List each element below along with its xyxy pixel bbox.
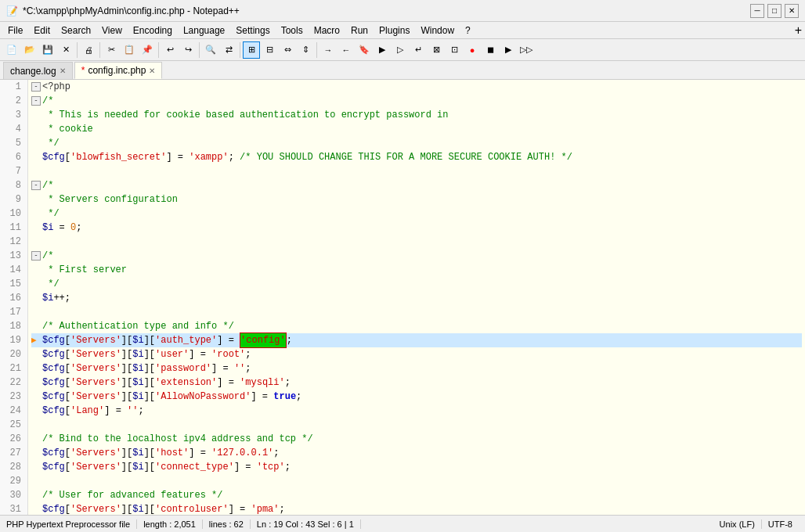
tab-changelog-close[interactable]: ✕: [60, 66, 66, 75]
tab-changelog[interactable]: change.log ✕: [3, 62, 73, 79]
toolbar-paste[interactable]: 📌: [139, 41, 156, 59]
code-line-17: [31, 305, 802, 319]
code-line-3: * This is needed for cookie based authen…: [31, 108, 802, 122]
code-line-11: $i = 0;: [31, 221, 802, 235]
toolbar-run-macro[interactable]: ▷: [392, 41, 409, 59]
menu-language[interactable]: Language: [179, 23, 229, 38]
minimize-button[interactable]: ─: [750, 4, 764, 18]
toolbar-unfold[interactable]: ⊡: [446, 41, 463, 59]
menu-run[interactable]: Run: [346, 23, 373, 38]
menu-plugins[interactable]: Plugins: [374, 23, 414, 38]
toolbar-bookmarks[interactable]: 🔖: [356, 41, 373, 59]
toolbar-fold[interactable]: ⊠: [428, 41, 445, 59]
ln-20: 20: [3, 347, 24, 361]
toolbar-wrap[interactable]: ↵: [410, 41, 427, 59]
menu-tools[interactable]: Tools: [276, 23, 308, 38]
tab-config-close[interactable]: ✕: [149, 66, 155, 75]
tab-config[interactable]: * config.inc.php ✕: [74, 62, 163, 79]
toolbar-print[interactable]: 🖨: [80, 41, 97, 59]
ln-17: 17: [3, 305, 24, 319]
status-bar: PHP Hypertext Preprocessor file length :…: [0, 515, 805, 532]
status-eol: Unix (LF): [713, 519, 762, 529]
menu-edit[interactable]: Edit: [29, 23, 55, 38]
toolbar-replace[interactable]: ⇄: [220, 41, 237, 59]
code-line-13: - /*: [31, 249, 802, 263]
fold-8[interactable]: -: [31, 181, 41, 190]
toolbar-sync-scroll[interactable]: ⇔: [279, 41, 296, 59]
fold-13[interactable]: -: [31, 251, 41, 261]
code-line-26: /* Bind to the localhost ipv4 address an…: [31, 432, 802, 446]
menu-window[interactable]: Window: [416, 23, 459, 38]
code-area[interactable]: - <?php - /* * This is needed for cookie…: [28, 80, 805, 515]
toolbar-record[interactable]: ●: [464, 41, 481, 59]
toolbar-undo[interactable]: ↩: [161, 41, 179, 59]
toolbar-redo[interactable]: ↪: [179, 41, 197, 59]
menu-file[interactable]: File: [3, 23, 27, 38]
ln-4: 4: [3, 122, 24, 136]
ln-31: 31: [3, 502, 24, 515]
fold-1[interactable]: -: [31, 82, 41, 92]
ln-3: 3: [3, 108, 24, 122]
fold-2[interactable]: -: [31, 96, 41, 106]
close-button[interactable]: ✕: [785, 4, 799, 18]
code-line-29: [31, 474, 802, 488]
selected-text: 'config': [240, 332, 287, 348]
code-line-8: - /*: [31, 178, 802, 192]
toolbar-play[interactable]: ▶: [500, 41, 517, 59]
tab-changelog-label: change.log: [10, 66, 56, 77]
code-line-31: $cfg['Servers'][$i]['controluser'] = 'pm…: [31, 502, 802, 515]
toolbar-save[interactable]: 💾: [39, 41, 56, 59]
menu-view[interactable]: View: [97, 23, 127, 38]
ln-23: 23: [3, 390, 24, 404]
toolbar-copy[interactable]: 📋: [121, 41, 138, 59]
status-filetype: PHP Hypertext Preprocessor file: [6, 519, 137, 529]
toolbar-cut[interactable]: ✂: [103, 41, 120, 59]
toolbar-play-multi[interactable]: ▷▷: [518, 41, 535, 59]
menu-encoding[interactable]: Encoding: [128, 23, 177, 38]
code-line-27: $cfg['Servers'][$i]['host'] = '127.0.0.1…: [31, 446, 802, 460]
code-line-23: $cfg['Servers'][$i]['AllowNoPassword'] =…: [31, 390, 802, 404]
ln-15: 15: [3, 277, 24, 291]
tab-config-label: config.inc.php: [88, 65, 146, 76]
code-line-1: - <?php: [31, 80, 802, 94]
code-line-21: $cfg['Servers'][$i]['password'] = '';: [31, 361, 802, 376]
ln-12: 12: [3, 235, 24, 249]
menu-search[interactable]: Search: [56, 23, 96, 38]
code-line-18: /* Authentication type and info */: [31, 319, 802, 333]
toolbar: 📄 📂 💾 ✕ 🖨 ✂ 📋 📌 ↩ ↪ 🔍 ⇄ ⊞ ⊟ ⇔ ⇕ → ← 🔖 ▶ …: [0, 39, 805, 61]
toolbar-indent[interactable]: →: [319, 41, 337, 59]
toolbar-close[interactable]: ✕: [57, 41, 74, 59]
toolbar-zoom-in[interactable]: ⊞: [243, 41, 260, 59]
ln-25: 25: [3, 418, 24, 432]
code-line-14: * First server: [31, 263, 802, 277]
menu-settings[interactable]: Settings: [231, 23, 274, 38]
code-line-5: */: [31, 136, 802, 150]
code-line-10: */: [31, 207, 802, 221]
menu-macro[interactable]: Macro: [309, 23, 345, 38]
toolbar-new[interactable]: 📄: [3, 41, 20, 59]
toolbar-open[interactable]: 📂: [21, 41, 38, 59]
ln-30: 30: [3, 488, 24, 502]
menu-help[interactable]: ?: [460, 23, 475, 38]
ln-18: 18: [3, 319, 24, 333]
title-bar-controls[interactable]: ─ □ ✕: [750, 4, 799, 18]
ln-19: 19: [3, 333, 24, 347]
toolbar-outdent[interactable]: ←: [338, 41, 355, 59]
toolbar-stop[interactable]: ◼: [482, 41, 499, 59]
ln-5: 5: [3, 136, 24, 150]
code-line-2: - /*: [31, 94, 802, 108]
code-line-16: $i++;: [31, 291, 802, 305]
window-title: *C:\xampp\phpMyAdmin\config.inc.php - No…: [23, 5, 240, 16]
toolbar-zoom-out[interactable]: ⊟: [261, 41, 278, 59]
toolbar-macros[interactable]: ▶: [374, 41, 391, 59]
app-icon: 📝: [6, 5, 18, 16]
new-tab-button[interactable]: +: [795, 23, 802, 38]
toolbar-sync-scroll-v[interactable]: ⇕: [297, 41, 314, 59]
code-line-19: ▶ $cfg['Servers'][$i]['auth_type'] = 'co…: [31, 333, 802, 347]
ln-14: 14: [3, 263, 24, 277]
line-numbers: 1 2 3 4 5 6 7 8 9 10 11 12 13 14 15 16 1…: [0, 80, 28, 515]
maximize-button[interactable]: □: [767, 4, 782, 18]
code-line-24: $cfg['Lang'] = '';: [31, 404, 802, 418]
ln-22: 22: [3, 376, 24, 390]
toolbar-find[interactable]: 🔍: [202, 41, 219, 59]
